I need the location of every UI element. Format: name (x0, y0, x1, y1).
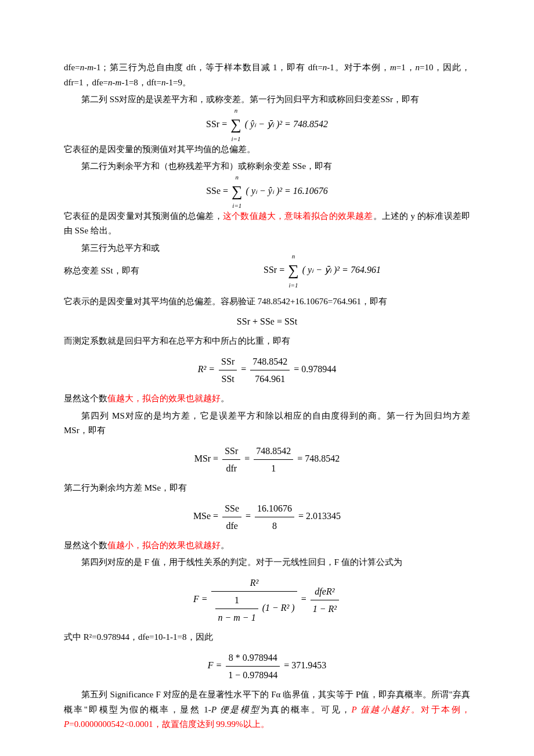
text: 它表征的是因变量对其预测值的总偏差， (64, 211, 223, 221)
fraction: 748.8542764.961 (250, 354, 290, 387)
paragraph-10: 第四列 MS对应的是均方差，它是误差平方和除以相应的自由度得到的商。第一行为回归… (64, 409, 470, 438)
text: -1。对于本例， (327, 63, 390, 72)
paragraph-12: 显然这个数值越小，拟合的效果也就越好。 (64, 538, 470, 553)
sum-lower: i=1 (232, 200, 241, 211)
paragraph-13: 第四列对应的是 F 值，用于线性关系的判定。对于一元线性回归，F 值的计算公式为 (64, 555, 470, 570)
text: 第二行为剩余均方差 MSe，即有 (64, 483, 187, 492)
equation-sse: SSe = ∑ni=1 ( yᵢ − ŷᵢ )² = 16.10676 (64, 179, 470, 204)
sum-upper: n (236, 172, 239, 183)
equation-identity: SSr + SSe = SSt (64, 314, 470, 329)
text: 称总变差 SSt，即有 (64, 266, 139, 275)
sigma-icon: ∑ni=1 (230, 112, 241, 138)
denominator: SSt (219, 370, 237, 387)
denominator: 8 (255, 517, 294, 534)
numerator: 8 * 0.978944 (226, 650, 280, 666)
text: 式中 R²=0.978944，dfe=10-1-1=8，因此 (64, 632, 213, 642)
paragraph-2: 第二列 SS对应的是误差平方和，或称变差。第一行为回归平方和或称回归变差SSr，… (64, 92, 470, 107)
var-n: n (108, 78, 113, 87)
fraction: SSedfe (222, 501, 241, 534)
equation-ssr: SSr = ∑ni=1 ( ŷᵢ − ȳᵢ )² = 748.8542 (64, 112, 470, 138)
paragraph-15: 第五列 Significance F 对应的是在显著性水平下的 Fα 临界值，其… (64, 687, 470, 732)
paragraph-6b: 称总变差 SSt，即有 (64, 264, 174, 279)
fraction: SSrSSt (219, 354, 237, 387)
text: 它表示的是因变量对其平均值的总偏差。容易验证 748.8542+16.10676… (64, 297, 387, 306)
var-n: n (80, 63, 85, 72)
text: 。 (221, 394, 229, 403)
lhs: MSr = (194, 453, 218, 463)
eq-body: ( yᵢ − ȳᵢ )² = 764.961 (302, 265, 381, 275)
numerator: 1 (215, 592, 258, 609)
denominator: 1n − m − 1 (1 − R² ) (211, 591, 297, 625)
numerator: 748.8542 (250, 354, 290, 370)
sigma-icon: ∑ni=1 (232, 179, 243, 204)
numerator: R² (211, 575, 297, 591)
numerator: 748.8542 (254, 443, 293, 459)
fraction: 8 * 0.9789441 − 0.978944 (226, 650, 280, 683)
denominator: 1 − R² (311, 600, 339, 617)
highlight-text: P 值越小越好 (352, 705, 411, 714)
text: 第四列 MS对应的是均方差，它是误差平方和除以相应的自由度得到的商。第一行为回归… (64, 411, 470, 435)
text: =1， (396, 63, 416, 72)
var-m: m (390, 63, 396, 72)
fraction: R² 1n − m − 1 (1 − R² ) (211, 575, 297, 626)
highlight-text: 。对于本例， (411, 705, 470, 714)
text: 显然这个数 (64, 394, 107, 403)
italic-text: P 便是模型 (211, 705, 261, 714)
var-n: n (416, 63, 420, 72)
text: 第二行为剩余平方和（也称残差平方和）或称剩余变差 SSe，即有 (81, 161, 332, 171)
text: dfe= (64, 63, 80, 72)
equation-sst: SSr = ∑ni=1 ( yᵢ − ȳᵢ )² = 764.961 (174, 258, 470, 283)
sum-lower: i=1 (231, 134, 240, 145)
text: 。 (221, 541, 229, 550)
paragraph-8: 而测定系数就是回归平方和在总平方和中所占的比重，即有 (64, 334, 470, 349)
var-p: P (64, 719, 69, 729)
text: 显然这个数 (64, 541, 107, 550)
lhs: MSe = (193, 511, 218, 521)
paragraph-14: 式中 R²=0.978944，dfe=10-1-1=8，因此 (64, 630, 470, 645)
equation-msr: MSr = SSrdfr = 748.85421 = 748.8542 (64, 443, 470, 476)
fraction: dfeR²1 − R² (311, 584, 339, 617)
sum-upper: n (234, 105, 238, 116)
text: -1=9。 (165, 78, 190, 87)
equation-r2: R² = SSrSSt = 748.8542764.961 = 0.978944 (64, 354, 470, 387)
var-m: m (87, 63, 93, 72)
text: 而测定系数就是回归平方和在总平方和中所占的比重，即有 (64, 336, 290, 345)
row-sst: 称总变差 SSt，即有 SSr = ∑ni=1 ( yᵢ − ȳᵢ )² = 7… (64, 258, 470, 283)
lhs: F = (193, 594, 208, 604)
denominator: dfr (222, 459, 240, 476)
equation-f-value: F = 8 * 0.9789441 − 0.978944 = 371.9453 (64, 650, 470, 683)
text: 它表征的是因变量的预测值对其平均值的总偏差。 (64, 145, 255, 154)
paragraph-1: dfe=n-m-1；第三行为总自由度 dft，等于样本数目减 1，即有 dft=… (64, 60, 470, 90)
var-m: m (116, 78, 122, 87)
fraction: SSrdfr (222, 443, 240, 476)
denominator: 1 − 0.978944 (226, 666, 280, 683)
suffix: (1 − R² ) (262, 603, 295, 613)
eq-text: SSr + SSe = SSt (237, 316, 297, 326)
denominator: 1 (254, 459, 293, 476)
rhs: = 0.978944 (294, 364, 336, 374)
numerator: SSe (222, 501, 241, 517)
paragraph-9: 显然这个数值越大，拟合的效果也就越好。 (64, 391, 470, 406)
text: 第三行为总平方和或 (81, 243, 160, 253)
eq: = (246, 511, 251, 521)
rhs: = 371.9453 (284, 660, 326, 670)
lhs: SSe = (206, 185, 228, 195)
lhs: F = (208, 660, 222, 670)
sigma-icon: ∑ni=1 (288, 258, 299, 283)
denominator: 764.961 (250, 370, 290, 387)
denominator: n − m − 1 (215, 609, 258, 625)
text: 第二列 SS对应的是误差平方和，或称变差。第一行为回归平方和或称回归变差SSr，… (81, 95, 419, 104)
paragraph-6a: 第三行为总平方和或 (64, 241, 470, 256)
numerator: SSr (219, 354, 237, 370)
nested-fraction: 1n − m − 1 (215, 592, 258, 625)
denominator: dfe (222, 517, 241, 534)
paragraph-3: 它表征的是因变量的预测值对其平均值的总偏差。 (64, 142, 470, 157)
text: 为真的概率。可见， (261, 705, 352, 714)
numerator: SSr (222, 443, 240, 459)
highlight-text: 这个数值越大，意味着拟合的效果越差 (223, 211, 373, 221)
paragraph-5: 它表征的是因变量对其预测值的总偏差，这个数值越大，意味着拟合的效果越差。上述的 … (64, 209, 470, 239)
text: 第四列对应的是 F 值，用于线性关系的判定。对于一元线性回归，F 值的计算公式为 (81, 557, 402, 567)
eq-body: ( ŷᵢ − ȳᵢ )² = 748.8542 (245, 118, 328, 128)
text: -1=8，dft= (121, 78, 161, 87)
eq-body: ( yᵢ − ŷᵢ )² = 16.10676 (246, 185, 328, 195)
